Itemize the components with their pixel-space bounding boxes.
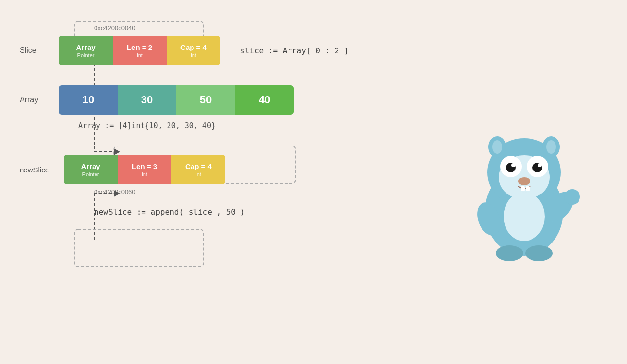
svg-point-22 bbox=[546, 140, 556, 154]
main-container: 0xc4200c0040 Slice Array Pointer Len = 2… bbox=[0, 0, 627, 364]
svg-rect-30 bbox=[526, 186, 530, 191]
svg-point-16 bbox=[511, 163, 515, 167]
newslice-array-pointer: Array Pointer bbox=[64, 155, 118, 184]
newslice-code: newSlice := append( slice , 50 ) bbox=[94, 207, 421, 217]
slice-len: Len = 2 int bbox=[113, 36, 167, 65]
right-panel bbox=[421, 0, 627, 364]
array-cell-2: 50 bbox=[176, 85, 235, 115]
array-code: Array := [4]int{10, 20, 30, 40} bbox=[78, 121, 421, 130]
array-cell-1: 30 bbox=[118, 85, 176, 115]
array-label: Array bbox=[20, 96, 59, 104]
slice-row: Slice Array Pointer Len = 2 int Cap = 4 … bbox=[20, 36, 421, 65]
svg-point-20 bbox=[492, 140, 502, 154]
array-cell-3: 40 bbox=[235, 85, 294, 115]
slice-struct: Array Pointer Len = 2 int Cap = 4 int bbox=[59, 36, 220, 65]
newslice-label: newSlice bbox=[20, 166, 64, 174]
left-panel: 0xc4200c0040 Slice Array Pointer Len = 2… bbox=[0, 0, 421, 364]
slice-code: slice := Array[ 0 : 2 ] bbox=[240, 46, 349, 55]
newslice-row: newSlice Array Pointer Len = 3 int Cap =… bbox=[20, 155, 421, 184]
array-row: Array 10 30 50 40 bbox=[20, 85, 421, 115]
svg-point-17 bbox=[538, 163, 542, 167]
section-divider bbox=[20, 80, 382, 80]
slice-label: Slice bbox=[20, 46, 59, 55]
svg-rect-29 bbox=[521, 186, 525, 191]
newslice-len: Len = 3 int bbox=[118, 155, 171, 184]
svg-marker-3 bbox=[114, 148, 120, 155]
svg-point-18 bbox=[518, 177, 530, 185]
svg-point-25 bbox=[564, 189, 580, 205]
svg-rect-8 bbox=[74, 229, 204, 267]
slice-array-pointer: Array Pointer bbox=[59, 36, 113, 65]
svg-point-26 bbox=[496, 245, 523, 261]
slice-address: 0xc4200c0040 bbox=[94, 24, 421, 32]
gopher-mascot bbox=[456, 114, 593, 251]
svg-point-27 bbox=[525, 245, 553, 261]
gopher-svg bbox=[456, 114, 593, 270]
array-cell-0: 10 bbox=[59, 85, 118, 115]
newslice-struct: Array Pointer Len = 3 int Cap = 4 int bbox=[64, 155, 225, 184]
slice-cap: Cap = 4 int bbox=[167, 36, 220, 65]
array-cells: 10 30 50 40 bbox=[59, 85, 294, 115]
newslice-address: 0xc4200c0060 bbox=[94, 188, 421, 195]
svg-point-28 bbox=[504, 192, 545, 241]
newslice-cap: Cap = 4 int bbox=[171, 155, 225, 184]
